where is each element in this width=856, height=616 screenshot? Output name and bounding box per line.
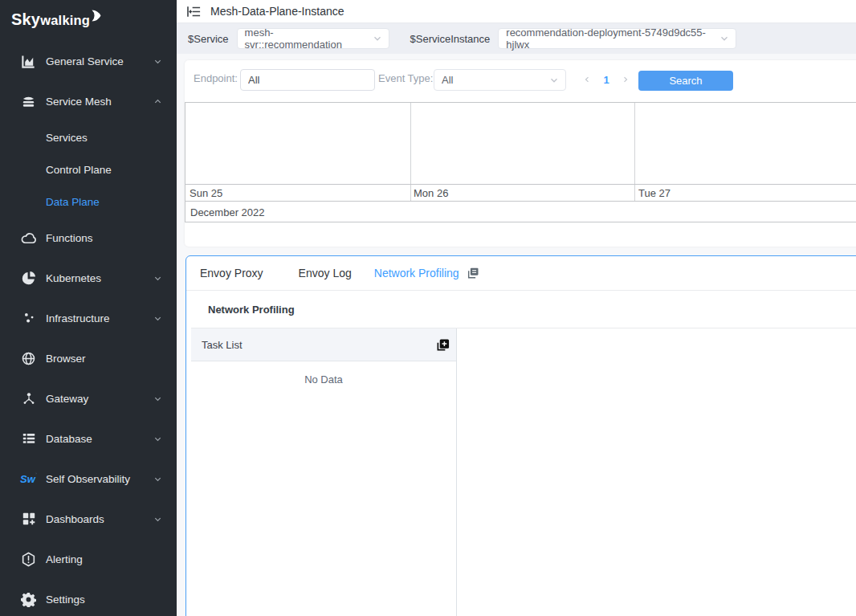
tab-envoy-proxy[interactable]: Envoy Proxy (200, 267, 263, 279)
chevron-down-icon (153, 394, 162, 403)
endpoint-input[interactable] (240, 69, 375, 91)
sidebar-item-general-service[interactable]: General Service (0, 41, 177, 81)
sidebar-item-service-mesh[interactable]: Service Mesh (0, 81, 177, 121)
search-button[interactable]: Search (638, 71, 733, 91)
service-instance-select[interactable]: recommendation-deployment-5749d9dc55-hjl… (498, 28, 736, 49)
page-next-icon[interactable] (617, 71, 634, 88)
page-title: Mesh-Data-Plane-Instance (210, 5, 344, 18)
timeline-month-label: December 2022 (190, 206, 265, 218)
sidebar-item-self-observability[interactable]: Sw Self Observability (0, 459, 177, 499)
chevron-down-icon (373, 34, 382, 43)
logo-text-sky: Sky (11, 10, 40, 29)
chevron-down-icon (719, 34, 729, 43)
sidebar-item-label: Database (46, 433, 153, 445)
instance-tabs-panel: Envoy Proxy Envoy Log Network Profiling … (185, 255, 856, 616)
task-list-header: Task List (191, 328, 456, 361)
sidebar: Skywalking General Service Service Mesh (0, 0, 177, 616)
sidebar-item-browser[interactable]: Browser (0, 338, 177, 378)
sidebar-item-label: Services (46, 132, 88, 144)
service-label: $Service (188, 33, 229, 45)
page-number[interactable]: 1 (597, 71, 615, 88)
sw-logo-icon: Sw (20, 473, 37, 485)
skywalking-logo[interactable]: Skywalking (0, 0, 177, 29)
sidebar-item-dashboards[interactable]: Dashboards (0, 499, 177, 539)
service-instance-select-value: recommendation-deployment-5749d9dc55-hjl… (506, 27, 715, 51)
sidebar-item-functions[interactable]: Functions (0, 218, 177, 258)
timeline-divider (634, 103, 635, 201)
sidebar-item-label: Browser (46, 353, 162, 365)
skywalking-app: Skywalking General Service Service Mesh (0, 0, 856, 616)
layers-icon (20, 94, 37, 109)
sidebar-item-services[interactable]: Services (0, 121, 177, 153)
timeline-day-label: Sun 25 (190, 187, 222, 199)
tab-network-profiling[interactable]: Network Profiling (374, 267, 459, 279)
sidebar-item-label: Functions (46, 232, 162, 244)
copy-icon[interactable] (467, 267, 479, 279)
sidebar-item-label-active: Data Plane (46, 196, 100, 208)
sw-badge: Sw (20, 473, 35, 485)
task-list-column: Task List No Data (191, 328, 457, 616)
chevron-down-icon (549, 75, 559, 85)
main-content: Mesh-Data-Plane-Instance $Service mesh-s… (177, 0, 856, 616)
service-instance-label: $ServiceInstance (410, 33, 491, 45)
panel-title-text: Network Profiling (208, 304, 295, 316)
event-type-select[interactable]: All (434, 69, 566, 91)
sidebar-item-label: Settings (46, 594, 162, 606)
page-prev-icon[interactable] (578, 71, 596, 88)
timeline-axis-line (185, 184, 856, 185)
tabs-row: Envoy Proxy Envoy Log Network Profiling (186, 256, 856, 291)
event-type-select-value: All (442, 74, 453, 86)
task-list-title: Task List (202, 339, 243, 351)
chevron-down-icon (153, 314, 162, 323)
sidebar-item-infrastructure[interactable]: Infrastructure (0, 298, 177, 338)
endpoint-label: Endpoint: (194, 72, 238, 84)
chevron-up-icon (153, 97, 162, 106)
service-select[interactable]: mesh-svr::recommendation (237, 28, 389, 49)
chevron-down-icon (153, 515, 162, 524)
sidebar-item-label: General Service (46, 55, 153, 67)
events-panel: Endpoint: Event Type: All 1 Search (185, 60, 856, 247)
sidebar-item-data-plane[interactable]: Data Plane (0, 186, 177, 218)
logo-text-walking: walking (40, 13, 90, 28)
chevron-down-icon (153, 274, 162, 283)
timeline-divider (410, 103, 411, 201)
dots-icon (20, 311, 37, 325)
crescent-icon (91, 9, 101, 26)
hexagon-alert-icon (20, 552, 37, 567)
sidebar-item-kubernetes[interactable]: Kubernetes (0, 258, 177, 298)
sidebar-item-label: Alerting (46, 553, 162, 565)
service-selector-bar: $Service mesh-svr::recommendation $Servi… (177, 23, 856, 54)
events-timeline[interactable]: Sun 25 Mon 26 Tue 27 December 2022 (185, 102, 856, 222)
grid-plus-icon (20, 512, 37, 526)
globe-icon (20, 351, 37, 366)
sidebar-item-control-plane[interactable]: Control Plane (0, 153, 177, 186)
network-icon (20, 391, 37, 406)
sidebar-item-label: Infrastructure (46, 312, 153, 324)
list-icon (20, 431, 37, 446)
cloud-icon (20, 231, 37, 245)
sidebar-item-label: Gateway (46, 393, 153, 405)
sidebar-item-label: Self Observability (46, 473, 153, 485)
add-task-icon[interactable] (436, 338, 450, 352)
sidebar-item-alerting[interactable]: Alerting (0, 539, 177, 579)
sidebar-item-settings[interactable]: Settings (0, 579, 177, 616)
gear-icon (20, 592, 37, 607)
sidebar-item-label: Service Mesh (46, 96, 153, 108)
chevron-down-icon (153, 434, 162, 443)
no-data-text: No Data (191, 373, 456, 386)
timeline-day-label: Mon 26 (414, 187, 448, 199)
sidebar-menu: General Service Service Mesh Services Co… (0, 29, 177, 616)
sidebar-collapse-icon[interactable] (186, 6, 201, 18)
sidebar-item-label: Kubernetes (46, 272, 153, 284)
timeline-day-label: Tue 27 (638, 187, 671, 199)
chevron-down-icon (153, 475, 162, 483)
sidebar-item-gateway[interactable]: Gateway (0, 378, 177, 418)
sidebar-item-database[interactable]: Database (0, 418, 177, 459)
tab-envoy-log[interactable]: Envoy Log (299, 267, 352, 279)
timeline-axis-line (185, 201, 856, 202)
service-select-value: mesh-svr::recommendation (245, 27, 368, 51)
network-profiling-panel-title: Network Profiling (191, 291, 856, 328)
pie-icon (20, 271, 37, 286)
sidebar-item-label: Dashboards (46, 513, 153, 525)
chart-icon (20, 54, 37, 69)
